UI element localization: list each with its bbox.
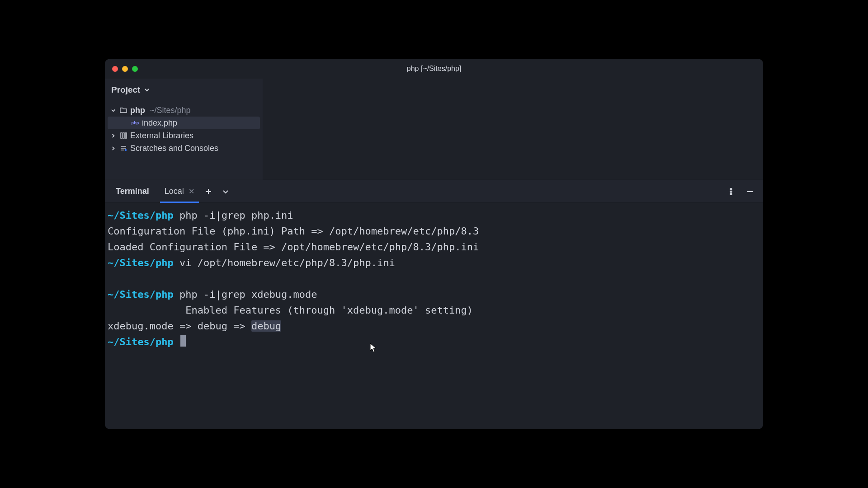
project-tool-label: Project	[111, 85, 140, 95]
tree-scratches[interactable]: Scratches and Consoles	[108, 142, 260, 155]
tree-file-label: index.php	[142, 119, 177, 127]
tree-project-root[interactable]: php ~/Sites/php	[108, 104, 260, 117]
chevron-right-icon[interactable]	[109, 133, 117, 138]
terminal-tool-window: Terminal Local ✕	[105, 180, 763, 429]
terminal-line	[108, 271, 760, 286]
tree-item-label: External Libraries	[130, 131, 193, 140]
terminal-line: ~/Sites/php php -i|grep php.ini	[108, 207, 760, 223]
close-window-button[interactable]	[112, 66, 118, 72]
ide-window: php [~/Sites/php] Project	[105, 59, 763, 429]
terminal-tool-tab[interactable]: Terminal	[111, 180, 154, 202]
tree-external-libraries[interactable]: External Libraries	[108, 129, 260, 142]
terminal-tab-bar: Terminal Local ✕	[105, 180, 763, 203]
project-root-path: ~/Sites/php	[150, 106, 191, 114]
terminal-tool-label: Terminal	[116, 187, 149, 196]
more-options-button[interactable]	[726, 187, 736, 197]
window-title: php [~/Sites/php]	[105, 65, 763, 73]
hide-tool-window-button[interactable]	[745, 187, 755, 197]
svg-point-6	[125, 149, 127, 151]
minimize-window-button[interactable]	[122, 66, 128, 72]
chevron-down-icon[interactable]	[109, 108, 117, 113]
titlebar: php [~/Sites/php]	[105, 59, 763, 79]
terminal-tab-actions	[203, 187, 231, 197]
terminal-line: xdebug.mode => debug => debug	[108, 318, 760, 334]
project-root-name: php	[130, 106, 145, 114]
folder-icon	[119, 106, 127, 114]
scratches-icon	[119, 144, 127, 152]
svg-point-11	[730, 193, 731, 194]
project-tree[interactable]: php ~/Sites/php php index.php	[105, 101, 263, 155]
terminal-output[interactable]: ~/Sites/php php -i|grep php.iniConfigura…	[105, 203, 763, 429]
terminal-line: Configuration File (php.ini) Path => /op…	[108, 223, 760, 239]
close-icon[interactable]: ✕	[189, 187, 194, 196]
main-area: Project php ~/Sites/php	[105, 79, 763, 180]
zoom-window-button[interactable]	[132, 66, 138, 72]
terminal-line: ~/Sites/php	[108, 334, 760, 350]
terminal-session-label: Local	[165, 187, 184, 196]
terminal-cursor	[180, 335, 186, 347]
window-controls	[105, 66, 138, 72]
terminal-session-tab[interactable]: Local ✕	[160, 180, 199, 202]
new-session-button[interactable]	[203, 187, 213, 197]
php-file-icon: php	[131, 119, 139, 127]
svg-point-9	[730, 188, 731, 189]
svg-rect-1	[123, 133, 124, 138]
library-icon	[119, 131, 127, 140]
terminal-line: ~/Sites/php php -i|grep xdebug.mode	[108, 286, 760, 302]
svg-rect-2	[125, 133, 127, 138]
project-tool-header[interactable]: Project	[105, 79, 263, 101]
project-sidebar: Project php ~/Sites/php	[105, 79, 263, 180]
chevron-right-icon[interactable]	[109, 146, 117, 151]
terminal-line: Enabled Features (through 'xdebug.mode' …	[108, 302, 760, 318]
terminal-line: Loaded Configuration File => /opt/homebr…	[108, 239, 760, 255]
svg-rect-0	[121, 133, 122, 138]
tree-file-index[interactable]: php index.php	[108, 117, 260, 129]
tree-item-label: Scratches and Consoles	[130, 144, 218, 152]
terminal-line: ~/Sites/php vi /opt/homebrew/etc/php/8.3…	[108, 255, 760, 271]
editor-area	[263, 79, 763, 180]
session-dropdown-button[interactable]	[221, 187, 231, 197]
chevron-down-icon	[144, 87, 150, 93]
svg-point-10	[730, 191, 731, 192]
